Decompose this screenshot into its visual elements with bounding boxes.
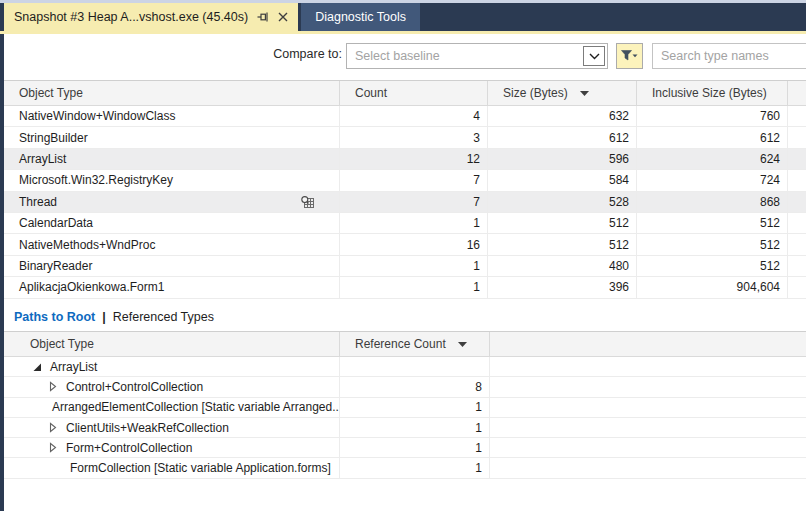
combobox-dropdown-button[interactable] (583, 46, 605, 66)
document-tab-strip: Snapshot #3 Heap A...vshost.exe (45.40s)… (0, 3, 806, 31)
header-reference-count[interactable]: Reference Count (340, 332, 490, 356)
inclusive-size-cell: 512 (637, 234, 788, 254)
object-type-cell: Thread (4, 192, 340, 212)
object-type-cell: ClientUtils+WeakRefCollection (4, 418, 340, 437)
count-cell: 16 (340, 234, 488, 254)
bottom-pane-nav: Paths to Root | Referenced Types (14, 306, 214, 328)
compare-toolbar: Compare to: Select baseline (4, 34, 806, 78)
expander-expanded-icon[interactable] (32, 362, 46, 372)
baseline-combobox[interactable]: Select baseline (346, 43, 608, 69)
sort-descending-icon (458, 342, 467, 347)
count-cell: 4 (340, 106, 488, 126)
inclusive-size-cell: 904,604 (637, 277, 788, 297)
pin-icon[interactable] (257, 11, 269, 23)
tree-row[interactable]: Form+ControlCollection 1 (4, 438, 806, 458)
count-cell: 7 (340, 170, 488, 190)
size-cell: 396 (488, 277, 637, 297)
expander-collapsed-icon[interactable] (48, 381, 62, 392)
sort-descending-icon (580, 91, 589, 96)
tree-row[interactable]: FormCollection [Static variable Applicat… (4, 458, 806, 478)
size-cell: 528 (488, 192, 637, 212)
size-cell: 596 (488, 149, 637, 169)
filter-button[interactable] (616, 43, 643, 69)
baseline-placeholder: Select baseline (355, 49, 440, 63)
header-inclusive-size[interactable]: Inclusive Size (Bytes) (637, 81, 788, 105)
view-instances-icon[interactable] (300, 195, 316, 212)
count-cell: 1 (340, 213, 488, 233)
count-cell: 3 (340, 127, 488, 147)
table-row[interactable]: CalendarData 1 512 512 (4, 213, 806, 234)
header-filler (490, 332, 806, 356)
referenced-types-link[interactable]: Referenced Types (113, 310, 214, 324)
close-icon[interactable] (278, 12, 288, 22)
count-cell: 7 (340, 192, 488, 212)
reference-count-cell (340, 357, 490, 376)
paths-to-root-link[interactable]: Paths to Root (14, 310, 95, 324)
size-cell: 612 (488, 127, 637, 147)
object-type-cell: ArrangedElementCollection [Static variab… (4, 398, 340, 417)
reference-count-cell: 1 (340, 398, 490, 417)
table-row[interactable]: NativeWindow+WindowClass 4 632 760 (4, 106, 806, 127)
tree-row[interactable]: ArrayList (4, 357, 806, 377)
header-object-type[interactable]: Object Type (4, 81, 340, 105)
object-type-cell: ArrayList (4, 357, 340, 376)
paths-table-header: Object Type Reference Count (4, 331, 806, 357)
inclusive-size-cell: 760 (637, 106, 788, 126)
table-row[interactable]: NativeMethods+WndProc 16 512 512 (4, 234, 806, 255)
size-cell: 512 (488, 213, 637, 233)
compare-to-label: Compare to: (124, 47, 342, 61)
object-type-cell: BinaryReader (4, 256, 340, 276)
inclusive-size-cell: 612 (637, 127, 788, 147)
inclusive-size-cell: 868 (637, 192, 788, 212)
count-cell: 12 (340, 149, 488, 169)
table-row[interactable]: Microsoft.Win32.RegistryKey 7 584 724 (4, 170, 806, 191)
count-cell: 1 (340, 256, 488, 276)
table-row[interactable]: StringBuilder 3 612 612 (4, 127, 806, 148)
header-filler (788, 81, 806, 105)
object-type-cell: AplikacjaOkienkowa.Form1 (4, 277, 340, 297)
heap-objects-table: Object Type Count Size (Bytes) Inclusive… (4, 80, 806, 299)
tree-row[interactable]: Control+ControlCollection 8 (4, 377, 806, 397)
object-type-cell: StringBuilder (4, 127, 340, 147)
reference-count-cell: 8 (340, 377, 490, 396)
table-row-hovered[interactable]: Thread 7 528 868 (4, 192, 806, 213)
table-row[interactable]: BinaryReader 1 480 512 (4, 256, 806, 277)
object-type-cell: FormCollection [Static variable Applicat… (4, 458, 340, 477)
count-cell: 1 (340, 277, 488, 297)
inclusive-size-cell: 624 (637, 149, 788, 169)
tab-diagnostic-title: Diagnostic Tools (315, 10, 406, 24)
tree-row[interactable]: ClientUtils+WeakRefCollection 1 (4, 418, 806, 438)
search-input[interactable] (652, 43, 806, 69)
object-type-cell: Microsoft.Win32.RegistryKey (4, 170, 340, 190)
header-count[interactable]: Count (340, 81, 488, 105)
tab-snapshot-title: Snapshot #3 Heap A...vshost.exe (45.40s) (14, 10, 248, 24)
expander-collapsed-icon[interactable] (48, 442, 62, 453)
size-cell: 480 (488, 256, 637, 276)
object-type-cell: NativeMethods+WndProc (4, 234, 340, 254)
tab-snapshot-report[interactable]: Snapshot #3 Heap A...vshost.exe (45.40s) (4, 3, 298, 31)
table-row[interactable]: AplikacjaOkienkowa.Form1 1 396 904,604 (4, 277, 806, 298)
inclusive-size-cell: 512 (637, 256, 788, 276)
object-type-cell: CalendarData (4, 213, 340, 233)
object-type-cell: Control+ControlCollection (4, 377, 340, 396)
tab-diagnostic-tools[interactable]: Diagnostic Tools (301, 3, 420, 31)
size-cell: 632 (488, 106, 637, 126)
object-type-cell: Form+ControlCollection (4, 438, 340, 457)
chevron-down-icon (589, 53, 600, 60)
pane-nav-divider: | (102, 310, 106, 324)
tree-row[interactable]: ArrangedElementCollection [Static variab… (4, 398, 806, 418)
expander-collapsed-icon[interactable] (48, 422, 62, 433)
filter-funnel-icon (621, 50, 638, 62)
header-size-bytes[interactable]: Size (Bytes) (488, 81, 637, 105)
reference-count-cell: 1 (340, 438, 490, 457)
table-row-selected[interactable]: ArrayList 12 596 624 (4, 149, 806, 170)
size-cell: 512 (488, 234, 637, 254)
object-type-cell: ArrayList (4, 149, 340, 169)
inclusive-size-cell: 512 (637, 213, 788, 233)
reference-count-cell: 1 (340, 458, 490, 477)
paths-to-root-table: Object Type Reference Count ArrayList (4, 331, 806, 479)
reference-count-cell: 1 (340, 418, 490, 437)
size-cell: 584 (488, 170, 637, 190)
header-object-type[interactable]: Object Type (4, 332, 340, 356)
object-type-cell: NativeWindow+WindowClass (4, 106, 340, 126)
